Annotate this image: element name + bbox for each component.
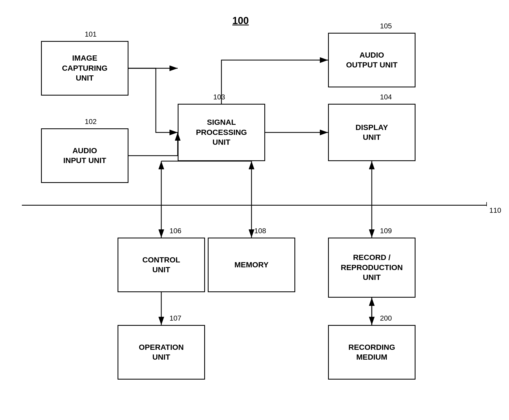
label-200: 200: [380, 314, 392, 323]
label-108: 108: [254, 227, 266, 235]
block-record-reproduction: RECORD /REPRODUCTIONUNIT: [328, 238, 416, 298]
block-control: CONTROLUNIT: [118, 238, 205, 292]
divider-line: [22, 205, 487, 206]
label-103: 103: [213, 93, 225, 101]
block-audio-output: AUDIOOUTPUT UNIT: [328, 33, 416, 87]
block-record-reproduction-label: RECORD /REPRODUCTIONUNIT: [341, 253, 403, 282]
label-104: 104: [380, 93, 392, 101]
block-recording-medium-label: RECORDINGMEDIUM: [348, 342, 395, 362]
block-operation: OPERATIONUNIT: [118, 325, 205, 380]
label-105: 105: [380, 22, 392, 30]
block-image-capturing-label: IMAGECAPTURINGUNIT: [62, 53, 107, 83]
diagram: 100 IMAGECAPTURINGUNIT 101 AUDIOINPUT UN…: [0, 0, 509, 420]
block-signal-processing: SIGNALPROCESSINGUNIT: [178, 104, 265, 161]
block-recording-medium: RECORDINGMEDIUM: [328, 325, 416, 380]
block-image-capturing: IMAGECAPTURINGUNIT: [41, 41, 128, 96]
label-101: 101: [85, 30, 96, 39]
label-110: 110: [489, 206, 501, 215]
label-102: 102: [85, 117, 96, 126]
block-display-label: DISPLAYUNIT: [356, 123, 388, 143]
label-106: 106: [169, 227, 181, 235]
block-audio-input: AUDIOINPUT UNIT: [41, 128, 128, 183]
block-display: DISPLAYUNIT: [328, 104, 416, 161]
block-control-label: CONTROLUNIT: [142, 255, 180, 275]
label-107: 107: [169, 314, 181, 323]
title-label: 100: [232, 15, 249, 26]
block-operation-label: OPERATIONUNIT: [139, 342, 184, 362]
block-signal-processing-label: SIGNALPROCESSINGUNIT: [196, 117, 247, 147]
block-memory: MEMORY: [208, 238, 295, 292]
block-audio-input-label: AUDIOINPUT UNIT: [63, 146, 106, 166]
label-109: 109: [380, 227, 392, 235]
block-memory-label: MEMORY: [235, 260, 269, 270]
block-audio-output-label: AUDIOOUTPUT UNIT: [346, 50, 397, 70]
